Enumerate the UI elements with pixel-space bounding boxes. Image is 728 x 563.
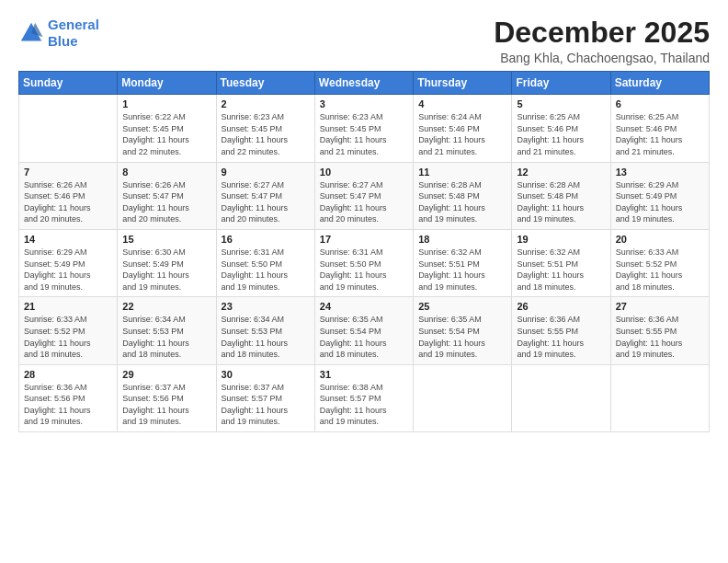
calendar-cell: 29Sunrise: 6:37 AM Sunset: 5:56 PM Dayli… xyxy=(118,364,216,431)
day-info: Sunrise: 6:36 AM Sunset: 5:56 PM Dayligh… xyxy=(24,382,112,428)
calendar-cell: 27Sunrise: 6:36 AM Sunset: 5:55 PM Dayli… xyxy=(610,297,709,364)
day-info: Sunrise: 6:27 AM Sunset: 5:47 PM Dayligh… xyxy=(222,179,310,225)
calendar-cell: 20Sunrise: 6:33 AM Sunset: 5:52 PM Dayli… xyxy=(610,229,709,296)
calendar-cell: 31Sunrise: 6:38 AM Sunset: 5:57 PM Dayli… xyxy=(314,364,413,431)
calendar-cell: 18Sunrise: 6:32 AM Sunset: 5:51 PM Dayli… xyxy=(414,229,512,296)
day-info: Sunrise: 6:25 AM Sunset: 5:46 PM Dayligh… xyxy=(616,111,704,157)
col-saturday: Saturday xyxy=(610,72,709,95)
day-number: 7 xyxy=(24,167,112,178)
day-info: Sunrise: 6:32 AM Sunset: 5:51 PM Dayligh… xyxy=(517,247,605,293)
calendar-cell: 2Sunrise: 6:23 AM Sunset: 5:45 PM Daylig… xyxy=(216,95,314,162)
calendar-cell: 6Sunrise: 6:25 AM Sunset: 5:46 PM Daylig… xyxy=(610,95,709,162)
day-number: 23 xyxy=(222,301,310,312)
day-info: Sunrise: 6:38 AM Sunset: 5:57 PM Dayligh… xyxy=(320,382,408,428)
day-number: 8 xyxy=(122,167,210,178)
day-info: Sunrise: 6:36 AM Sunset: 5:55 PM Dayligh… xyxy=(616,314,704,360)
day-number: 4 xyxy=(418,98,506,109)
day-number: 3 xyxy=(320,98,408,109)
day-number: 26 xyxy=(517,301,605,312)
day-info: Sunrise: 6:31 AM Sunset: 5:50 PM Dayligh… xyxy=(320,247,408,293)
logo-icon xyxy=(18,20,44,46)
day-number: 19 xyxy=(517,234,605,245)
calendar-cell: 5Sunrise: 6:25 AM Sunset: 5:46 PM Daylig… xyxy=(512,95,610,162)
calendar-cell: 14Sunrise: 6:29 AM Sunset: 5:49 PM Dayli… xyxy=(19,229,118,296)
col-wednesday: Wednesday xyxy=(314,72,413,95)
day-info: Sunrise: 6:33 AM Sunset: 5:52 PM Dayligh… xyxy=(24,314,112,360)
calendar-week-4: 21Sunrise: 6:33 AM Sunset: 5:52 PM Dayli… xyxy=(19,297,710,364)
col-sunday: Sunday xyxy=(19,72,118,95)
day-info: Sunrise: 6:22 AM Sunset: 5:45 PM Dayligh… xyxy=(122,111,210,157)
day-info: Sunrise: 6:35 AM Sunset: 5:54 PM Dayligh… xyxy=(320,314,408,360)
day-info: Sunrise: 6:28 AM Sunset: 5:48 PM Dayligh… xyxy=(517,179,605,225)
day-number: 15 xyxy=(122,234,210,245)
calendar-cell: 15Sunrise: 6:30 AM Sunset: 5:49 PM Dayli… xyxy=(118,229,216,296)
day-info: Sunrise: 6:27 AM Sunset: 5:47 PM Dayligh… xyxy=(320,179,408,225)
day-number: 22 xyxy=(122,301,210,312)
calendar-cell: 9Sunrise: 6:27 AM Sunset: 5:47 PM Daylig… xyxy=(216,162,314,229)
day-number: 9 xyxy=(222,167,310,178)
calendar-cell xyxy=(19,95,118,162)
logo-line1: General xyxy=(48,17,99,32)
day-info: Sunrise: 6:37 AM Sunset: 5:56 PM Dayligh… xyxy=(122,382,210,428)
calendar-header-row: Sunday Monday Tuesday Wednesday Thursday… xyxy=(19,72,710,95)
day-info: Sunrise: 6:32 AM Sunset: 5:51 PM Dayligh… xyxy=(418,247,506,293)
day-number: 20 xyxy=(616,234,704,245)
day-info: Sunrise: 6:30 AM Sunset: 5:49 PM Dayligh… xyxy=(122,247,210,293)
day-info: Sunrise: 6:34 AM Sunset: 5:53 PM Dayligh… xyxy=(122,314,210,360)
main-title: December 2025 xyxy=(494,17,710,49)
calendar-cell: 7Sunrise: 6:26 AM Sunset: 5:46 PM Daylig… xyxy=(19,162,118,229)
day-number: 18 xyxy=(418,234,506,245)
page: General Blue December 2025 Bang Khla, Ch… xyxy=(0,0,728,442)
day-info: Sunrise: 6:23 AM Sunset: 5:45 PM Dayligh… xyxy=(320,111,408,157)
calendar-week-5: 28Sunrise: 6:36 AM Sunset: 5:56 PM Dayli… xyxy=(19,364,710,431)
calendar-cell: 25Sunrise: 6:35 AM Sunset: 5:54 PM Dayli… xyxy=(414,297,512,364)
calendar-cell: 11Sunrise: 6:28 AM Sunset: 5:48 PM Dayli… xyxy=(414,162,512,229)
day-info: Sunrise: 6:26 AM Sunset: 5:46 PM Dayligh… xyxy=(24,179,112,225)
day-info: Sunrise: 6:28 AM Sunset: 5:48 PM Dayligh… xyxy=(418,179,506,225)
calendar-cell xyxy=(610,364,709,431)
calendar-cell: 28Sunrise: 6:36 AM Sunset: 5:56 PM Dayli… xyxy=(19,364,118,431)
day-info: Sunrise: 6:34 AM Sunset: 5:53 PM Dayligh… xyxy=(222,314,310,360)
day-info: Sunrise: 6:35 AM Sunset: 5:54 PM Dayligh… xyxy=(418,314,506,360)
col-friday: Friday xyxy=(512,72,610,95)
calendar-cell: 1Sunrise: 6:22 AM Sunset: 5:45 PM Daylig… xyxy=(118,95,216,162)
day-info: Sunrise: 6:25 AM Sunset: 5:46 PM Dayligh… xyxy=(517,111,605,157)
logo-line2: Blue xyxy=(48,33,78,49)
calendar-cell: 30Sunrise: 6:37 AM Sunset: 5:57 PM Dayli… xyxy=(216,364,314,431)
calendar-cell: 23Sunrise: 6:34 AM Sunset: 5:53 PM Dayli… xyxy=(216,297,314,364)
col-thursday: Thursday xyxy=(414,72,512,95)
calendar-cell xyxy=(512,364,610,431)
day-number: 13 xyxy=(616,167,704,178)
calendar-week-3: 14Sunrise: 6:29 AM Sunset: 5:49 PM Dayli… xyxy=(19,229,710,296)
day-number: 30 xyxy=(222,369,310,380)
day-number: 21 xyxy=(24,301,112,312)
day-number: 16 xyxy=(222,234,310,245)
day-number: 17 xyxy=(320,234,408,245)
day-info: Sunrise: 6:26 AM Sunset: 5:47 PM Dayligh… xyxy=(122,179,210,225)
day-info: Sunrise: 6:23 AM Sunset: 5:45 PM Dayligh… xyxy=(222,111,310,157)
day-number: 10 xyxy=(320,167,408,178)
day-number: 2 xyxy=(222,98,310,109)
day-number: 11 xyxy=(418,167,506,178)
title-area: December 2025 Bang Khla, Chachoengsao, T… xyxy=(494,17,710,65)
calendar-cell: 19Sunrise: 6:32 AM Sunset: 5:51 PM Dayli… xyxy=(512,229,610,296)
col-tuesday: Tuesday xyxy=(216,72,314,95)
day-info: Sunrise: 6:29 AM Sunset: 5:49 PM Dayligh… xyxy=(616,179,704,225)
calendar-cell: 21Sunrise: 6:33 AM Sunset: 5:52 PM Dayli… xyxy=(19,297,118,364)
day-info: Sunrise: 6:37 AM Sunset: 5:57 PM Dayligh… xyxy=(222,382,310,428)
day-number: 29 xyxy=(122,369,210,380)
calendar-cell: 16Sunrise: 6:31 AM Sunset: 5:50 PM Dayli… xyxy=(216,229,314,296)
calendar-cell: 10Sunrise: 6:27 AM Sunset: 5:47 PM Dayli… xyxy=(314,162,413,229)
calendar-cell: 24Sunrise: 6:35 AM Sunset: 5:54 PM Dayli… xyxy=(314,297,413,364)
calendar-cell: 22Sunrise: 6:34 AM Sunset: 5:53 PM Dayli… xyxy=(118,297,216,364)
calendar-cell: 8Sunrise: 6:26 AM Sunset: 5:47 PM Daylig… xyxy=(118,162,216,229)
calendar-cell: 13Sunrise: 6:29 AM Sunset: 5:49 PM Dayli… xyxy=(610,162,709,229)
day-info: Sunrise: 6:33 AM Sunset: 5:52 PM Dayligh… xyxy=(616,247,704,293)
day-info: Sunrise: 6:29 AM Sunset: 5:49 PM Dayligh… xyxy=(24,247,112,293)
header: General Blue December 2025 Bang Khla, Ch… xyxy=(18,17,710,65)
day-number: 27 xyxy=(616,301,704,312)
day-number: 6 xyxy=(616,98,704,109)
day-number: 5 xyxy=(517,98,605,109)
day-info: Sunrise: 6:36 AM Sunset: 5:55 PM Dayligh… xyxy=(517,314,605,360)
day-number: 28 xyxy=(24,369,112,380)
